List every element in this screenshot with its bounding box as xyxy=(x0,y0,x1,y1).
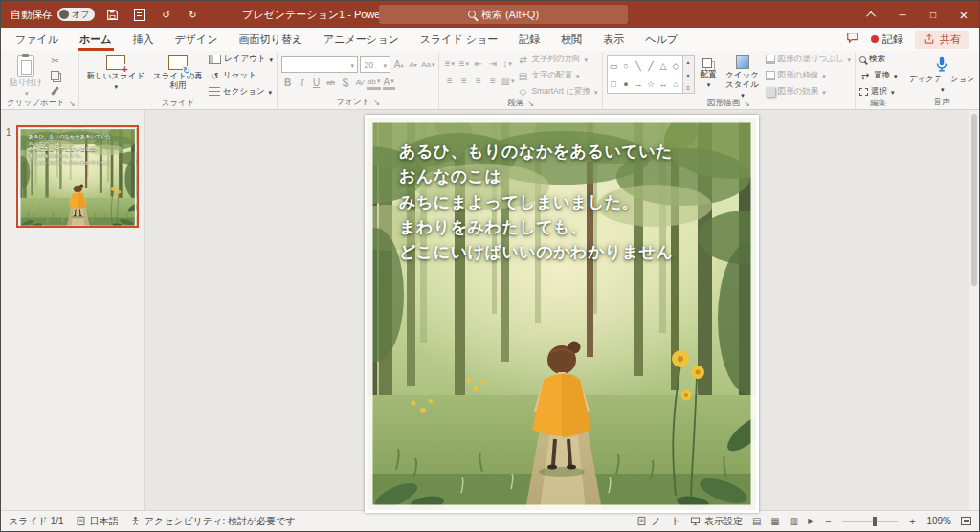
strikethrough-button[interactable] xyxy=(324,76,337,90)
text-direction-button[interactable]: 文字列の方向 xyxy=(517,54,597,66)
align-text-button[interactable]: 文字の配置 xyxy=(517,70,597,82)
italic-button[interactable] xyxy=(296,76,308,90)
view-slideshow-button[interactable] xyxy=(808,517,813,525)
columns-button[interactable] xyxy=(501,74,514,88)
copy-icon[interactable] xyxy=(48,70,61,81)
quick-styles-button[interactable]: クイック スタイル xyxy=(723,54,763,102)
autosave-switch[interactable]: オフ xyxy=(57,8,95,21)
tab-4[interactable]: 画面切り替え xyxy=(229,28,314,51)
layout-button[interactable]: レイアウト xyxy=(209,54,273,66)
align-right-button[interactable] xyxy=(472,74,484,88)
shape-icon[interactable]: ● xyxy=(623,79,628,89)
align-center-button[interactable] xyxy=(457,74,470,88)
shape-icon[interactable]: ○ xyxy=(623,61,628,71)
section-button[interactable]: セクション xyxy=(209,85,273,98)
justify-button[interactable] xyxy=(486,74,499,88)
numbering-button[interactable] xyxy=(457,56,470,71)
scrollbar-thumb[interactable] xyxy=(971,114,977,286)
zoom-level[interactable]: 109% xyxy=(926,516,951,526)
increase-font-button[interactable] xyxy=(392,57,405,72)
new-slide-button[interactable]: 新しいスライド xyxy=(83,54,147,94)
change-case-button[interactable] xyxy=(421,57,434,72)
shape-icon[interactable]: → xyxy=(635,79,643,89)
fit-to-window-button[interactable] xyxy=(961,517,971,525)
record-button[interactable]: 記録 xyxy=(871,33,903,47)
shape-icon[interactable]: □ xyxy=(611,79,615,89)
tab-8[interactable]: 校閲 xyxy=(550,28,592,51)
slide[interactable]: あるひ、もりのなかをあるいていたおんなのこはみちにまよってしまいました。まわりを… xyxy=(18,127,137,228)
shape-icon[interactable]: ↔ xyxy=(659,79,668,89)
convert-smartart-button[interactable]: SmartArt に変換 xyxy=(517,85,597,98)
format-painter-icon[interactable] xyxy=(48,85,61,97)
character-spacing-button[interactable] xyxy=(353,76,366,90)
zoom-in-button[interactable]: + xyxy=(907,516,917,527)
shape-icon[interactable]: ◇ xyxy=(673,61,679,71)
replace-button[interactable]: 置換 xyxy=(859,70,898,82)
highlight-color-button[interactable] xyxy=(368,76,380,90)
slide-text-block[interactable]: あるひ、もりのなかをあるいていたおんなのこはみちにまよってしまいました。まわりを… xyxy=(399,140,673,266)
print-button[interactable] xyxy=(129,4,148,25)
slide-text-block[interactable]: あるひ、もりのなかをあるいていたおんなのこはみちにまよってしまいました。まわりを… xyxy=(29,134,111,166)
underline-button[interactable] xyxy=(310,76,323,90)
line-spacing-button[interactable] xyxy=(501,56,513,71)
language-button[interactable]: 日本語 xyxy=(76,515,119,528)
share-button[interactable]: 共有 xyxy=(915,31,969,49)
increase-indent-button[interactable] xyxy=(486,56,499,71)
tab-2[interactable]: 挿入 xyxy=(122,28,165,51)
ribbon-display-options-button[interactable] xyxy=(857,1,887,28)
search-box[interactable]: 検索 (Alt+Q) xyxy=(379,5,628,24)
slide[interactable]: あるひ、もりのなかをあるいていたおんなのこはみちにまよってしまいました。まわりを… xyxy=(365,115,759,513)
redo-button[interactable] xyxy=(183,4,202,25)
gallery-down-icon[interactable]: ▾ xyxy=(687,72,690,78)
tab-3[interactable]: デザイン xyxy=(165,28,229,51)
minimize-button[interactable] xyxy=(887,1,918,28)
arrange-button[interactable]: 配置 xyxy=(698,54,720,92)
shape-icon[interactable]: △ xyxy=(660,61,667,71)
view-normal-button[interactable] xyxy=(752,516,761,526)
font-size-combo[interactable]: 20 xyxy=(360,56,390,73)
tab-6[interactable]: スライド ショー xyxy=(410,28,509,51)
zoom-out-button[interactable]: − xyxy=(823,516,833,527)
slide-thumbnail[interactable]: あるひ、もりのなかをあるいていたおんなのこはみちにまよってしまいました。まわりを… xyxy=(16,125,139,228)
shape-outline-button[interactable]: 図形の枠線 xyxy=(766,70,852,82)
shape-icon[interactable]: ☆ xyxy=(647,79,655,89)
undo-button[interactable] xyxy=(156,4,175,25)
shape-fill-button[interactable]: 図形の塗りつぶし xyxy=(766,54,852,66)
shape-icon[interactable]: ╲ xyxy=(635,61,640,71)
font-color-button[interactable] xyxy=(383,76,395,90)
paste-button[interactable]: 貼り付け xyxy=(7,54,45,100)
shape-effects-button[interactable]: 図形の効果 xyxy=(766,85,852,98)
view-sorter-button[interactable] xyxy=(770,516,779,526)
view-reading-button[interactable] xyxy=(790,516,798,526)
vertical-scrollbar[interactable] xyxy=(969,110,979,510)
decrease-font-button[interactable] xyxy=(407,57,419,72)
close-button[interactable] xyxy=(948,1,979,28)
maximize-button[interactable] xyxy=(918,1,948,28)
save-button[interactable] xyxy=(102,4,122,25)
paragraph-dialog-launcher-icon[interactable] xyxy=(527,99,534,108)
text-shadow-button[interactable] xyxy=(339,76,351,90)
display-settings-button[interactable]: 表示設定 xyxy=(690,515,743,528)
decrease-indent-button[interactable] xyxy=(472,56,484,71)
zoom-slider[interactable] xyxy=(842,521,898,522)
tab-10[interactable]: ヘルプ xyxy=(635,28,688,51)
notes-button[interactable]: ノート xyxy=(636,515,679,528)
tab-5[interactable]: アニメーション xyxy=(313,28,410,51)
select-button[interactable]: 選択 xyxy=(859,85,898,98)
find-button[interactable]: 検索 xyxy=(859,54,898,66)
drawing-dialog-launcher-icon[interactable] xyxy=(744,99,750,108)
tab-7[interactable]: 記録 xyxy=(508,28,550,51)
align-left-button[interactable] xyxy=(443,74,456,88)
comments-button[interactable] xyxy=(846,31,859,48)
autosave-toggle[interactable]: 自動保存 オフ xyxy=(11,8,95,22)
shape-icon[interactable]: ▭ xyxy=(610,61,618,71)
clipboard-dialog-launcher-icon[interactable] xyxy=(69,99,76,108)
cut-icon[interactable] xyxy=(48,55,61,66)
tab-0[interactable]: ファイル xyxy=(5,28,69,51)
reuse-slides-button[interactable]: スライドの再利用 xyxy=(150,54,206,92)
zoom-slider-thumb[interactable] xyxy=(873,517,877,526)
dictate-button[interactable]: ディクテーション xyxy=(906,54,978,97)
reset-button[interactable]: リセット xyxy=(209,70,273,82)
bold-button[interactable] xyxy=(281,76,294,90)
font-name-combo[interactable] xyxy=(281,56,358,73)
